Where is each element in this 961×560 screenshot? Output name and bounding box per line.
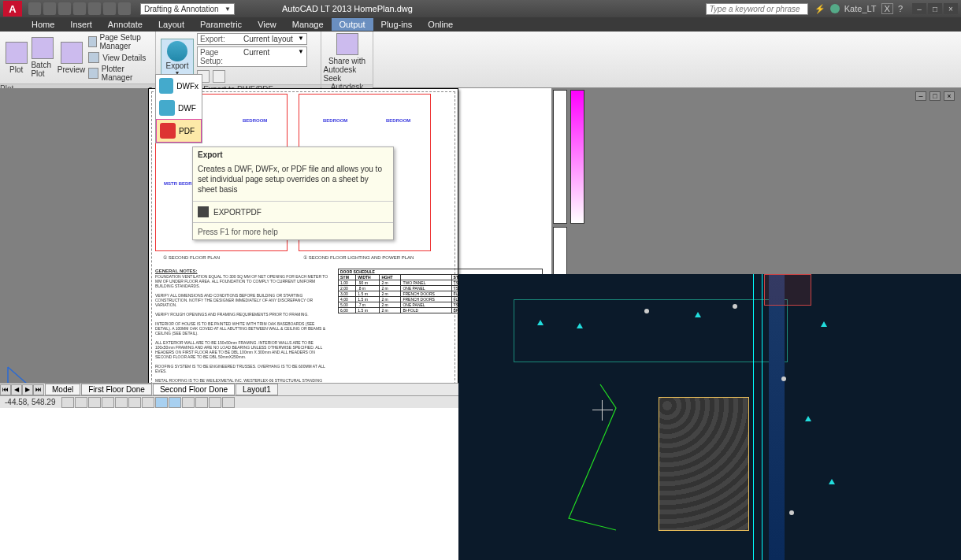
point-icon xyxy=(789,510,794,515)
tab-home[interactable]: Home xyxy=(24,18,62,31)
tab-second-floor[interactable]: Second Floor Done xyxy=(153,384,235,395)
export-preview-button[interactable] xyxy=(213,70,225,83)
quick-access-toolbar xyxy=(25,2,134,15)
page-setup-manager-button[interactable]: Page Setup Manager xyxy=(88,33,150,50)
plotter-manager-button[interactable]: Plotter Manager xyxy=(88,65,150,82)
export-tooltip: Export Creates a DWF, DWFx, or PDF file … xyxy=(192,146,394,240)
page-setup-icon xyxy=(88,36,96,47)
save-icon[interactable] xyxy=(58,2,71,15)
doc-restore-button[interactable]: □ xyxy=(929,91,941,101)
osnap-toggle[interactable] xyxy=(115,397,128,408)
tooltip-body: Creates a DWF, DWFx, or PDF file and all… xyxy=(193,162,393,199)
tooltip-command: EXPORTPDF xyxy=(213,208,262,217)
grid-toggle[interactable] xyxy=(75,397,87,408)
tab-online[interactable]: Online xyxy=(420,18,461,31)
tab-layout[interactable]: Layout xyxy=(150,18,192,31)
new-icon[interactable] xyxy=(28,2,41,15)
cad-cyan-lines xyxy=(753,274,762,560)
export-button[interactable]: Export▼ xyxy=(161,39,194,78)
user-area: ⚡ Kate_LT X ? xyxy=(808,3,909,14)
search-input[interactable] xyxy=(706,3,808,15)
workspace-label: Drafting & Annotation xyxy=(144,5,219,13)
model-paper-toggle[interactable] xyxy=(209,397,221,408)
export-dwf-item[interactable]: DWF xyxy=(156,97,202,119)
marker-icon xyxy=(695,312,701,317)
minimize-button[interactable]: – xyxy=(912,3,926,14)
snap-toggle[interactable] xyxy=(61,397,74,408)
close-button[interactable]: × xyxy=(944,3,958,14)
empty-workspace-area: – □ × xyxy=(599,88,961,274)
coordinates-readout: -44.58, 548.29 xyxy=(0,398,61,406)
undo-icon[interactable] xyxy=(103,2,116,15)
preview-button[interactable]: Preview xyxy=(58,42,86,74)
tab-plugins[interactable]: Plug-ins xyxy=(373,18,421,31)
otrack-toggle[interactable] xyxy=(128,397,141,408)
tab-first-button[interactable]: ⏮ xyxy=(0,384,11,395)
qp-toggle[interactable] xyxy=(182,397,195,408)
layout-viewport[interactable]: BEDROOM WALK-IN MSTR BEDROOM BATHROOM BE… xyxy=(0,88,458,397)
marker-icon xyxy=(577,323,583,328)
panel-seek: Share withAutodesk Seek Autodesk Seek xyxy=(321,32,373,87)
export-scope-dropdown[interactable]: Export:Current layout▼ xyxy=(197,33,307,45)
sc-toggle[interactable] xyxy=(195,397,208,408)
tab-annotate[interactable]: Annotate xyxy=(100,18,150,31)
tab-output[interactable]: Output xyxy=(332,18,373,31)
dyn-toggle[interactable] xyxy=(142,397,154,408)
model-space-viewport[interactable] xyxy=(458,274,961,560)
tooltip-title: Export xyxy=(193,147,393,162)
help-icon[interactable]: ? xyxy=(898,4,903,13)
export-pdf-item[interactable]: PDF xyxy=(156,119,202,143)
redo-icon[interactable] xyxy=(118,2,131,15)
tab-last-button[interactable]: ⏭ xyxy=(33,384,44,395)
tab-model[interactable]: Model xyxy=(45,384,80,395)
cad-polyline xyxy=(553,376,695,534)
tab-prev-button[interactable]: ◀ xyxy=(11,384,22,395)
command-icon xyxy=(198,206,209,217)
tab-first-floor[interactable]: First Floor Done xyxy=(81,384,152,395)
point-icon xyxy=(781,376,786,381)
user-name[interactable]: Kate_LT xyxy=(844,4,877,13)
signin-icon[interactable]: ⚡ xyxy=(814,4,826,14)
lwt-toggle[interactable] xyxy=(155,397,168,408)
transparency-toggle[interactable] xyxy=(169,397,181,408)
window-controls: – □ × xyxy=(909,3,961,14)
maximize-vp-button[interactable] xyxy=(222,397,235,408)
dwfx-icon xyxy=(159,78,173,94)
tab-parametric[interactable]: Parametric xyxy=(192,18,250,31)
tab-insert[interactable]: Insert xyxy=(62,18,100,31)
share-seek-button[interactable]: Share withAutodesk Seek xyxy=(324,33,371,83)
tab-next-button[interactable]: ▶ xyxy=(22,384,33,395)
tab-view[interactable]: View xyxy=(250,18,284,31)
export-dropdown-menu: DWFx DWF PDF xyxy=(155,74,202,143)
batch-plot-button[interactable]: Batch Plot xyxy=(31,37,54,78)
workspace-dropdown[interactable]: Drafting & Annotation ▼ xyxy=(140,3,235,15)
doc-close-button[interactable]: × xyxy=(944,91,955,101)
point-icon xyxy=(733,304,737,309)
point-icon xyxy=(644,309,649,313)
preview-icon xyxy=(61,42,83,64)
saveas-icon[interactable] xyxy=(73,2,86,15)
maximize-button[interactable]: □ xyxy=(928,3,942,14)
tab-manage[interactable]: Manage xyxy=(284,18,332,31)
plot-icon xyxy=(6,42,28,64)
print-icon[interactable] xyxy=(88,2,101,15)
export-dwfx-item[interactable]: DWFx xyxy=(156,75,202,97)
open-icon[interactable] xyxy=(43,2,56,15)
tab-layout1[interactable]: Layout1 xyxy=(236,384,278,395)
app-logo[interactable]: A xyxy=(3,1,22,17)
view-details-button[interactable]: View Details xyxy=(88,52,150,63)
chevron-down-icon: ▼ xyxy=(224,6,231,13)
doc-minimize-button[interactable]: – xyxy=(915,91,926,101)
user-avatar-icon[interactable] xyxy=(830,4,840,13)
plan1-title: ① SECOND FLOOR PLAN xyxy=(163,254,220,260)
page-setup-dropdown[interactable]: Page Setup:Current▼ xyxy=(197,46,307,67)
view-details-icon xyxy=(88,52,99,63)
polar-toggle[interactable] xyxy=(102,397,114,408)
exchange-icon[interactable]: X xyxy=(881,3,893,14)
plot-button[interactable]: Plot xyxy=(5,42,28,74)
pdf-icon xyxy=(160,123,176,139)
plotter-icon xyxy=(88,68,98,79)
ortho-toggle[interactable] xyxy=(88,397,101,408)
layout-tabs-bar: ⏮ ◀ ▶ ⏭ Model First Floor Done Second Fl… xyxy=(0,383,458,395)
cad-blue-strip xyxy=(769,274,785,560)
